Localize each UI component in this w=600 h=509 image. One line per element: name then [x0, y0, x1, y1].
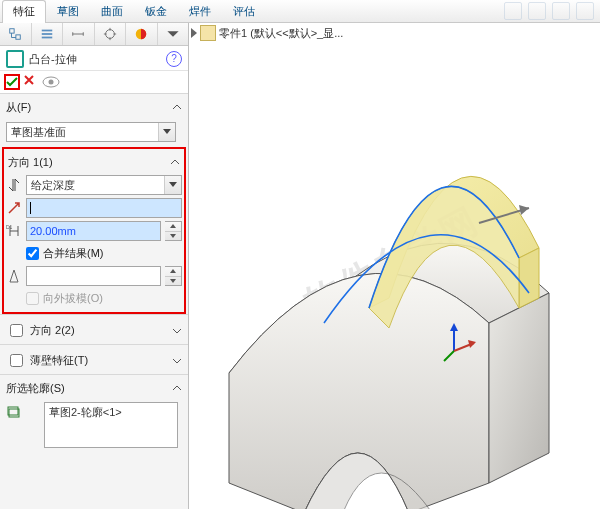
cancel-button[interactable] [23, 74, 39, 90]
ribbon: 特征 草图 曲面 钣金 焊件 评估 [0, 0, 600, 23]
draft-angle-input[interactable] [26, 266, 161, 286]
svg-rect-3 [42, 33, 53, 35]
section-from: 从(F) [0, 93, 188, 119]
depth-spinner[interactable] [165, 221, 182, 241]
feature-title: 凸台-拉伸 [29, 52, 77, 67]
ribbon-tab-weldment[interactable]: 焊件 [178, 0, 222, 23]
dir1-label: 方向 1(1) [8, 155, 53, 170]
panel-toolbar [0, 23, 188, 46]
preview-icon[interactable] [42, 75, 60, 89]
section-contours: 所选轮廓(S) [0, 374, 188, 400]
confirm-row [0, 71, 188, 93]
end-condition-arrow[interactable] [164, 176, 181, 194]
dir1-endcond-row: 给定深度 [6, 175, 182, 195]
contours-body: 草图2-轮廓<1> [0, 400, 188, 452]
svg-rect-2 [42, 30, 53, 32]
view-icon[interactable] [552, 2, 570, 20]
from-label: 从(F) [6, 100, 31, 115]
ribbon-right-icons [504, 2, 600, 20]
ribbon-tab-sheetmetal[interactable]: 钣金 [134, 0, 178, 23]
svg-marker-15 [450, 323, 458, 331]
end-condition-dropdown[interactable]: 给定深度 [26, 175, 182, 195]
dimension-icon-btn[interactable] [63, 23, 95, 45]
contours-label: 所选轮廓(S) [6, 381, 65, 396]
from-value: 草图基准面 [7, 125, 158, 140]
merge-result-checkbox[interactable]: 合并结果(M) [6, 244, 182, 263]
contour-item[interactable]: 草图2-轮廓<1> [49, 405, 173, 420]
from-field-row: 草图基准面 [0, 122, 188, 144]
target-icon-btn[interactable] [95, 23, 127, 45]
thin-header[interactable]: 薄壁特征(T) [6, 349, 182, 372]
section-thin: 薄壁特征(T) [0, 344, 188, 374]
reverse-direction-icon[interactable] [6, 177, 22, 193]
draft-spinner[interactable] [165, 266, 182, 286]
depth-icon: D1 [6, 223, 22, 239]
merge-result-input[interactable] [26, 247, 39, 260]
from-dropdown[interactable]: 草图基准面 [6, 122, 176, 142]
dir1-draft-row [6, 266, 182, 286]
from-dropdown-arrow[interactable] [158, 123, 175, 141]
svg-rect-4 [42, 37, 53, 39]
contours-header[interactable]: 所选轮廓(S) [6, 379, 182, 398]
svg-rect-1 [16, 35, 20, 39]
dir2-header[interactable]: 方向 2(2) [6, 319, 182, 342]
svg-rect-0 [10, 29, 14, 33]
svg-text:D1: D1 [6, 224, 13, 230]
from-header[interactable]: 从(F) [6, 98, 182, 117]
breadcrumb: 零件1 (默认<<默认>_显... [191, 25, 343, 41]
appearance2-icon-btn[interactable] [126, 23, 158, 45]
detail-icon-btn[interactable] [32, 23, 64, 45]
property-panel: 凸台-拉伸 ? 从(F) 草图基准面 方向 1(1) [0, 23, 189, 509]
draft-outward-input [26, 292, 39, 305]
breadcrumb-expand-icon[interactable] [191, 28, 197, 38]
svg-marker-17 [468, 340, 476, 348]
dir1-direction-row [6, 198, 182, 218]
merge-result-label: 合并结果(M) [43, 246, 104, 261]
svg-line-18 [444, 351, 454, 361]
ribbon-tab-evaluate[interactable]: 评估 [222, 0, 266, 23]
draft-icon[interactable] [6, 268, 22, 284]
dir2-checkbox[interactable] [10, 324, 23, 337]
model-canvas [189, 23, 600, 509]
dir1-depth-row: D1 20.00mm [6, 221, 182, 241]
end-condition-value: 给定深度 [27, 178, 164, 193]
ribbon-tab-feature[interactable]: 特征 [2, 0, 46, 23]
contours-selection-box[interactable]: 草图2-轮廓<1> [44, 402, 178, 448]
draft-outward-checkbox: 向外拔模(O) [6, 289, 182, 308]
part-icon [200, 25, 216, 41]
breadcrumb-part[interactable]: 零件1 (默认<<默认>_显... [219, 26, 343, 41]
viewport[interactable]: 零件1 (默认<<默认>_显... 软件自学网 WWW.RJZXW.COM [189, 23, 600, 509]
depth-input[interactable]: 20.00mm [26, 221, 161, 241]
ribbon-tab-sketch[interactable]: 草图 [46, 0, 90, 23]
dir1-header[interactable]: 方向 1(1) [8, 153, 180, 172]
direction-vector-input[interactable] [26, 198, 182, 218]
overflow-icon-btn[interactable] [158, 23, 189, 45]
ok-button[interactable] [4, 74, 20, 90]
contour-icon [6, 404, 22, 420]
tree-icon-btn[interactable] [0, 23, 32, 45]
boss-extrude-icon [6, 50, 24, 68]
draft-outward-label: 向外拔模(O) [43, 291, 103, 306]
svg-point-8 [49, 80, 54, 85]
svg-marker-13 [519, 205, 529, 215]
display-icon[interactable] [504, 2, 522, 20]
appearance-icon[interactable] [528, 2, 546, 20]
thin-checkbox[interactable] [10, 354, 23, 367]
direction1-highlight: 方向 1(1) 给定深度 D1 20.00mm [2, 147, 186, 314]
depth-value: 20.00mm [27, 225, 79, 237]
dir2-label: 方向 2(2) [30, 323, 75, 338]
feature-title-row: 凸台-拉伸 ? [0, 46, 188, 71]
section-dir2: 方向 2(2) [0, 314, 188, 344]
help-icon[interactable]: ? [166, 51, 182, 67]
ribbon-tab-surface[interactable]: 曲面 [90, 0, 134, 23]
view-triad[interactable] [442, 323, 478, 363]
thin-label: 薄壁特征(T) [30, 353, 88, 368]
settings-icon[interactable] [576, 2, 594, 20]
section-dir1: 方向 1(1) [6, 151, 182, 172]
direction-vector-icon[interactable] [6, 200, 22, 216]
svg-point-5 [105, 30, 114, 39]
